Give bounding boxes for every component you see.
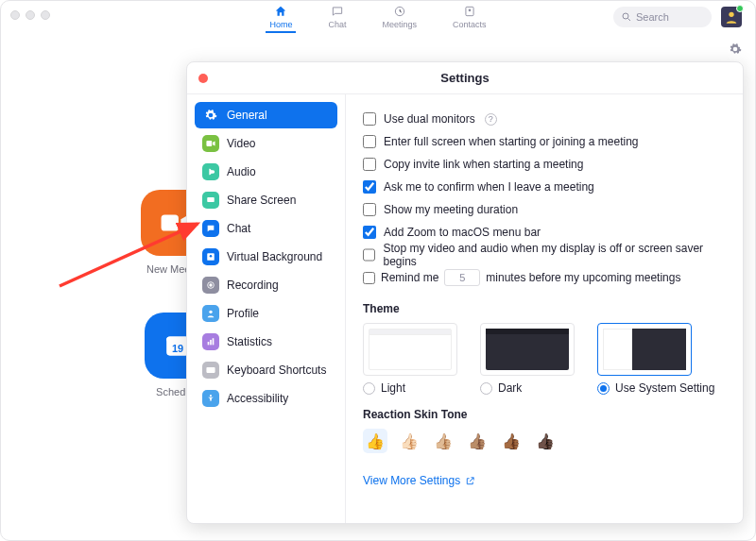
nav-meetings[interactable]: Meetings (378, 5, 421, 33)
home-icon (274, 5, 287, 20)
search-placeholder: Search (636, 11, 669, 23)
video-icon (202, 135, 219, 152)
sidebar-item-profile[interactable]: Profile (195, 300, 337, 327)
svg-rect-18 (206, 367, 215, 373)
help-icon[interactable]: ? (485, 113, 497, 126)
checkbox-dual-monitors[interactable]: Use dual monitors? (363, 108, 726, 130)
checkbox-menubar[interactable]: Add Zoom to macOS menu bar (363, 221, 726, 244)
sidebar-item-recording[interactable]: Recording (195, 272, 337, 298)
clock-icon (393, 5, 406, 20)
checkbox-copy-invite[interactable]: Copy invite link when starting a meeting (363, 153, 726, 176)
sidebar-item-statistics[interactable]: Statistics (195, 329, 337, 355)
sidebar-label: Virtual Background (227, 250, 322, 263)
checkbox-meeting-duration[interactable]: Show my meeting duration (363, 198, 726, 221)
external-link-icon (465, 476, 475, 486)
sidebar-label: Statistics (227, 335, 272, 348)
sidebar-label: Chat (227, 222, 250, 235)
record-icon (202, 277, 219, 294)
sidebar-label: Keyboard Shortcuts (227, 363, 326, 377)
svg-point-3 (623, 13, 628, 19)
sidebar-label: Audio (227, 165, 256, 178)
sidebar-label: Video (227, 137, 255, 150)
sidebar-label: Recording (227, 279, 279, 292)
skin-tone-2[interactable]: 👍🏼 (431, 429, 455, 453)
svg-rect-5 (162, 214, 179, 230)
close-icon[interactable] (198, 74, 208, 83)
checkbox-remind[interactable]: Remind me minutes before my upcoming mee… (363, 266, 726, 289)
svg-point-14 (209, 311, 212, 313)
sidebar-item-chat[interactable]: Chat (195, 215, 337, 242)
sidebar-item-general[interactable]: General (195, 102, 337, 128)
audio-icon (202, 163, 219, 180)
svg-point-19 (210, 395, 212, 397)
settings-content: Use dual monitors? Enter full screen whe… (346, 94, 743, 523)
search-input[interactable]: Search (613, 7, 712, 27)
nav-contacts[interactable]: Contacts (449, 5, 490, 33)
settings-sidebar: General Video Audio Share Screen Chat Vi… (187, 94, 346, 523)
nav-home[interactable]: Home (266, 5, 296, 33)
profile-icon (202, 305, 219, 322)
keyboard-icon (202, 362, 219, 379)
contacts-icon (463, 5, 476, 20)
skin-tone-0[interactable]: 👍 (363, 429, 387, 453)
calendar-day: 19 (172, 343, 183, 354)
search-icon (621, 11, 632, 23)
theme-option-light[interactable]: Light (363, 323, 457, 395)
svg-rect-16 (210, 340, 212, 345)
skin-tone-row: 👍 👍🏻 👍🏼 👍🏽 👍🏾 👍🏿 (363, 429, 726, 453)
checkbox-stop-on-sleep[interactable]: Stop my video and audio when my display … (363, 244, 726, 266)
share-icon (202, 192, 219, 209)
sidebar-item-video[interactable]: Video (195, 130, 337, 157)
svg-rect-17 (213, 338, 215, 345)
sidebar-item-audio[interactable]: Audio (195, 159, 337, 185)
checkbox-fullscreen[interactable]: Enter full screen when starting or joini… (363, 130, 726, 153)
background-icon (202, 248, 219, 265)
nav-label: Home (269, 20, 292, 29)
svg-rect-8 (206, 141, 212, 146)
checkbox-confirm-leave[interactable]: Ask me to confirm when I leave a meeting (363, 176, 726, 198)
settings-title: Settings (440, 71, 489, 85)
sidebar-item-accessibility[interactable]: Accessibility (195, 385, 337, 412)
gear-icon[interactable] (729, 42, 742, 59)
theme-option-dark[interactable]: Dark (480, 323, 575, 395)
reaction-title: Reaction Skin Tone (363, 408, 726, 421)
sidebar-item-virtual-background[interactable]: Virtual Background (195, 244, 337, 270)
sidebar-label: Accessibility (227, 392, 288, 405)
theme-option-system[interactable]: Use System Setting (597, 323, 714, 395)
nav-label: Contacts (453, 20, 487, 29)
nav-label: Chat (328, 20, 346, 29)
svg-point-2 (468, 8, 471, 11)
accessibility-icon (202, 390, 219, 407)
nav-label: Meetings (382, 20, 417, 29)
chat-icon (202, 220, 219, 237)
remind-minutes-input[interactable] (444, 269, 480, 286)
skin-tone-4[interactable]: 👍🏾 (499, 429, 524, 453)
theme-title: Theme (363, 302, 726, 315)
svg-point-4 (729, 12, 733, 17)
view-more-settings-link[interactable]: View More Settings (363, 474, 475, 487)
chat-icon (331, 5, 344, 20)
skin-tone-3[interactable]: 👍🏽 (465, 429, 490, 453)
stats-icon (202, 333, 219, 350)
sidebar-label: Profile (227, 307, 259, 320)
nav-chat[interactable]: Chat (324, 5, 350, 33)
avatar[interactable] (721, 7, 742, 27)
skin-tone-1[interactable]: 👍🏻 (397, 429, 421, 453)
svg-point-11 (210, 255, 213, 258)
sidebar-label: Share Screen (227, 194, 296, 207)
sidebar-label: General (227, 109, 267, 122)
svg-rect-15 (208, 342, 210, 345)
settings-modal: Settings General Video Audio Share Scree… (186, 61, 744, 524)
skin-tone-5[interactable]: 👍🏿 (533, 429, 558, 453)
sidebar-item-keyboard-shortcuts[interactable]: Keyboard Shortcuts (195, 357, 337, 383)
sidebar-item-share-screen[interactable]: Share Screen (195, 187, 337, 213)
svg-point-13 (209, 283, 212, 286)
